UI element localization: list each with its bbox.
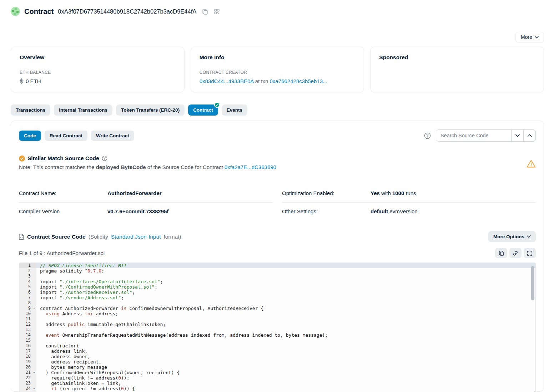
source-code-title: Contract Source Code — [27, 234, 86, 240]
overview-card: Overview ETH BALANCE 0 ETH — [11, 47, 185, 92]
copy-address-icon[interactable] — [202, 9, 208, 15]
matched-contract-link[interactable]: 0xfa2a7E...dC363690 — [225, 164, 276, 170]
search-next-button[interactable] — [512, 129, 524, 142]
tab-internal-transactions[interactable]: Internal Transactions — [54, 105, 112, 116]
chevron-down-icon — [535, 36, 539, 39]
fold-arrow-icon[interactable]: ▾ — [32, 370, 36, 375]
optimization-value: Yes with 1000 runs — [371, 190, 416, 196]
eth-balance-value: 0 ETH — [26, 78, 41, 84]
eth-balance-label: ETH BALANCE — [20, 70, 176, 75]
eth-icon — [20, 78, 24, 84]
more-options-button[interactable]: More Options — [488, 231, 536, 242]
more-options-label: More Options — [493, 234, 524, 239]
code-line: 12 address public immutable getChainlink… — [19, 322, 535, 327]
contract-creator-label: CONTRACT CREATOR — [200, 70, 356, 75]
tab-bar: Transactions Internal Transactions Token… — [11, 105, 548, 116]
code-line: 11 — [19, 316, 535, 322]
tab-token-transfers[interactable]: Token Transfers (ERC-20) — [116, 105, 185, 116]
json-input-link[interactable]: Standard Json-Input — [111, 234, 161, 240]
similar-match-section: Similar Match Source Code Note: This con… — [19, 155, 276, 170]
code-action-buttons — [495, 248, 536, 258]
verification-details: Contract Name: AuthorizedForwarder Compi… — [19, 184, 536, 220]
code-line: 8 — [19, 300, 535, 306]
search-prev-button[interactable] — [524, 129, 536, 142]
compiler-version-value: v0.7.6+commit.7338295f — [107, 208, 168, 214]
site-header: Contract 0xA3f07D6773514480b918C2742b027… — [0, 0, 559, 23]
subtab-read-contract[interactable]: Read Contract — [45, 131, 87, 141]
code-line: 3 — [19, 274, 535, 279]
code-line: 17 address link, — [19, 348, 535, 354]
verified-check-icon — [214, 102, 220, 108]
summary-cards: Overview ETH BALANCE 0 ETH More Info CON… — [11, 47, 544, 92]
format-prefix: (Solidity — [89, 234, 108, 240]
contract-avatar — [11, 7, 20, 16]
contract-address: 0xA3f07D6773514480b918C2742b027b3acD9E44… — [58, 8, 196, 15]
code-line: 10 using Address for address; — [19, 311, 535, 316]
fullscreen-button[interactable] — [524, 248, 536, 258]
code-line: 7import "./vendor/Address.sol"; — [19, 295, 535, 300]
other-settings-label: Other Settings: — [282, 208, 371, 214]
fold-arrow-icon[interactable]: ▾ — [32, 386, 36, 391]
code-line: 24▾ if (recipient != address(0)) { — [19, 386, 535, 391]
creator-address-link[interactable]: 0x83dC44...4933BE0A — [200, 78, 254, 84]
details-left-column: Contract Name: AuthorizedForwarder Compi… — [19, 184, 273, 220]
search-source-input[interactable] — [436, 129, 512, 142]
expand-icon — [527, 251, 532, 256]
help-icon[interactable] — [424, 132, 431, 139]
optimization-row: Optimization Enabled: Yes with 1000 runs — [282, 184, 536, 203]
contract-name-value: AuthorizedForwarder — [107, 190, 162, 196]
contract-panel: Code Read Contract Write Contract — [11, 121, 544, 392]
tab-events[interactable]: Events — [222, 105, 247, 116]
code-line: 21▾ ) ConfirmedOwnerWithProposal(owner, … — [19, 370, 535, 375]
chevron-down-icon — [515, 134, 520, 137]
contract-name-row: Contract Name: AuthorizedForwarder — [19, 184, 273, 203]
code-line: 19 address recipient, — [19, 359, 535, 365]
contract-subtabs: Code Read Contract Write Contract — [19, 131, 134, 141]
code-line: 20 bytes memory message — [19, 365, 535, 370]
more-button-label: More — [521, 34, 532, 40]
contract-name-label: Contract Name: — [19, 190, 107, 196]
code-line: 16 constructor( — [19, 343, 535, 348]
creation-txn-link[interactable]: 0xa7662428c3b5eb13... — [270, 78, 327, 84]
question-icon[interactable] — [102, 156, 107, 161]
similar-match-check-icon — [19, 156, 25, 162]
code-lines: 1// SPDX-License-Identifier: MIT2pragma … — [19, 263, 535, 392]
subtab-write-contract[interactable]: Write Contract — [91, 131, 134, 141]
page-actions-row: More — [11, 32, 544, 42]
code-line: 2pragma solidity ^0.7.0; — [19, 268, 535, 274]
code-line: 18 address owner, — [19, 354, 535, 359]
file-icon — [19, 234, 24, 240]
chevron-down-icon — [527, 235, 531, 238]
similar-match-note: Note: This contract matches the deployed… — [19, 164, 276, 170]
editor-scrollbar[interactable] — [531, 266, 534, 300]
file-label: File 1 of 9 : AuthorizedForwarder.sol — [19, 250, 105, 256]
code-line: 13 — [19, 327, 535, 332]
warning-icon[interactable] — [527, 159, 536, 168]
fold-arrow-icon[interactable]: ▾ — [32, 306, 36, 311]
code-line: 4import "./interfaces/OperatorInterface.… — [19, 279, 535, 284]
resize-handle-icon[interactable] — [531, 390, 535, 392]
source-code-header: Contract Source Code (Solidity Standard … — [19, 234, 181, 240]
source-code-editor[interactable]: 1// SPDX-License-Identifier: MIT2pragma … — [19, 263, 536, 392]
copy-icon — [499, 250, 504, 256]
more-button[interactable]: More — [515, 32, 544, 42]
format-suffix: format) — [163, 234, 181, 240]
chevron-up-icon — [528, 134, 532, 137]
compiler-version-label: Compiler Version — [19, 208, 107, 214]
page-title: Contract — [24, 7, 54, 16]
tab-transactions[interactable]: Transactions — [11, 105, 50, 116]
compiler-version-row: Compiler Version v0.7.6+commit.7338295f — [19, 203, 273, 220]
other-settings-value: default evmVersion — [371, 208, 418, 214]
code-line: 14 event OwnershipTransferRequestedWithM… — [19, 332, 535, 338]
permalink-button[interactable] — [509, 248, 522, 258]
qr-code-icon[interactable] — [214, 9, 220, 15]
sponsored-title: Sponsored — [379, 54, 535, 61]
optimization-label: Optimization Enabled: — [282, 190, 371, 196]
copy-source-button[interactable] — [495, 248, 507, 258]
code-line: 6import "./AuthorizedReceiver.sol"; — [19, 290, 535, 295]
sponsored-card: Sponsored — [370, 47, 544, 92]
tab-contract[interactable]: Contract — [188, 105, 218, 116]
subtab-code[interactable]: Code — [19, 131, 41, 141]
code-line: 1// SPDX-License-Identifier: MIT — [19, 263, 535, 268]
more-info-card: More Info CONTRACT CREATOR 0x83dC44...49… — [191, 47, 364, 92]
